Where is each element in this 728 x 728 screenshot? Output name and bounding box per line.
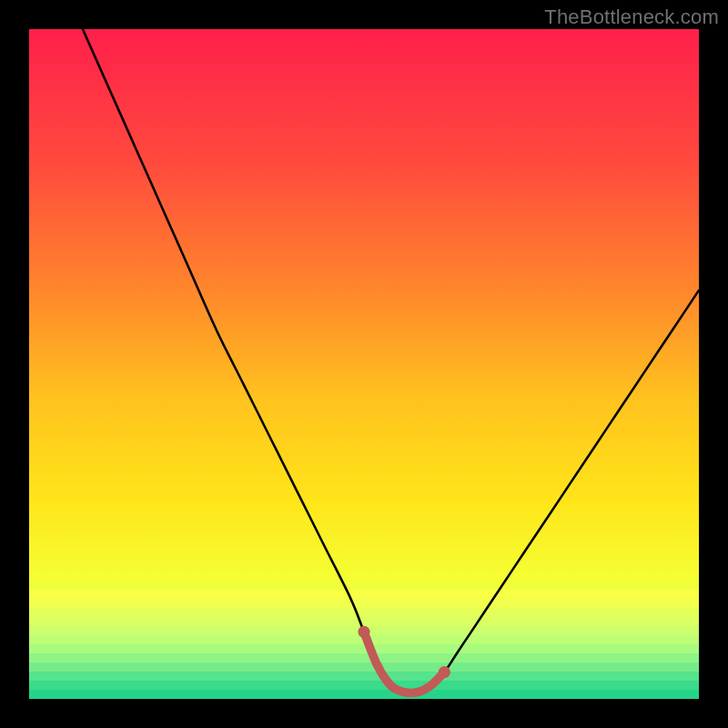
- plot-area: [29, 29, 699, 699]
- curve-layer: [29, 29, 699, 699]
- chart-frame: TheBottleneck.com: [0, 0, 728, 728]
- watermark-text: TheBottleneck.com: [544, 5, 719, 29]
- optimal-range-marker: [364, 632, 444, 693]
- optimal-range-dot: [439, 666, 450, 678]
- bottleneck-curve: [83, 29, 699, 693]
- optimal-range-dot: [358, 626, 369, 638]
